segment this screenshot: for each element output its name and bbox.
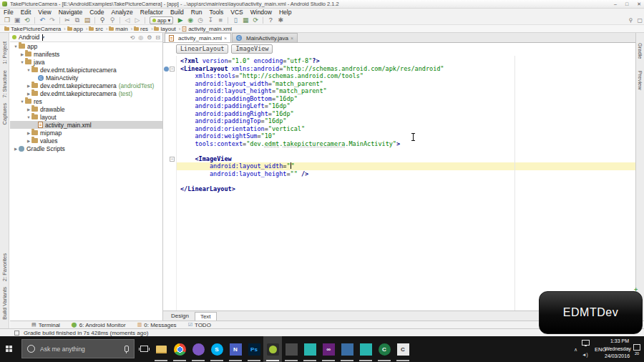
maximize-button[interactable]: □: [625, 1, 628, 6]
chevron-right-icon[interactable]: ▶: [26, 92, 31, 96]
tab-text[interactable]: Text: [195, 312, 217, 321]
code-editor[interactable]: <?xml version="1.0" encoding="utf-8"?>−<…: [163, 56, 635, 310]
menu-analyze[interactable]: Analyze: [108, 9, 137, 16]
stripe-button-buildvariants[interactable]: Build Variants: [1, 287, 8, 320]
open-icon[interactable]: ❐: [2, 16, 12, 24]
tab-design[interactable]: Design: [166, 312, 194, 320]
code-line[interactable]: <?xml version="1.0" encoding="utf-8"?>: [163, 57, 635, 65]
copy-icon[interactable]: ⧉: [72, 16, 82, 24]
chevron-right-icon[interactable]: ▶: [13, 147, 19, 151]
menu-edit[interactable]: Edit: [17, 9, 35, 16]
chevron-down-icon[interactable]: ▼: [13, 44, 19, 49]
cortana-search[interactable]: [21, 339, 135, 358]
stop-icon[interactable]: ■: [215, 16, 225, 24]
sync-files-icon[interactable]: ⟲: [22, 16, 32, 24]
tree-item-app[interactable]: ▼app: [10, 42, 162, 50]
close-button[interactable]: ✕: [637, 1, 641, 7]
tree-item-manifests[interactable]: ▶manifests: [10, 50, 162, 58]
menu-refactor[interactable]: Refactor: [137, 9, 167, 16]
menu-vcs[interactable]: VCS: [227, 9, 246, 16]
tool-window-button-messages[interactable]: ▥0: Messages: [137, 322, 177, 328]
redo-icon[interactable]: ↷: [47, 16, 57, 24]
menu-view[interactable]: View: [34, 9, 54, 16]
tool-window-button-android-monitor[interactable]: ⬤6: Android Monitor: [72, 322, 126, 328]
tree-item-drawable[interactable]: ▶drawable: [10, 105, 162, 113]
collapse-all-icon[interactable]: ⟲: [130, 34, 135, 41]
stripe-button-structure[interactable]: 7: Structure: [1, 70, 8, 98]
menu-run[interactable]: Run: [187, 9, 206, 16]
chevron-down-icon[interactable]: ▼: [26, 115, 31, 119]
chevron-right-icon[interactable]: ▶: [26, 84, 31, 88]
tree-item-dev.edmt.takepicturecamera[interactable]: ▶dev.edmt.takepicturecamera (androidTest…: [10, 82, 162, 89]
scroll-to-source-icon[interactable]: ◎: [138, 34, 143, 41]
help-icon[interactable]: ?: [265, 16, 275, 24]
search-input[interactable]: [39, 345, 125, 353]
code-line[interactable]: android:layout_height="match_parent": [163, 87, 635, 95]
breadcrumb-item-res[interactable]: res: [134, 26, 148, 32]
tree-item-layout[interactable]: ▼layout: [10, 113, 162, 121]
taskbar-app-android-studio[interactable]: [263, 336, 282, 362]
code-line[interactable]: android:layout_height="" />: [163, 170, 635, 178]
code-line[interactable]: [163, 177, 635, 185]
code-line[interactable]: android:orientation="vertical": [163, 125, 635, 133]
action-center-icon[interactable]: [633, 344, 640, 351]
debug-icon[interactable]: ◉: [185, 16, 195, 24]
taskbar-app-visual-studio[interactable]: ∞: [319, 336, 338, 362]
taskbar-app-emulator[interactable]: [282, 336, 301, 362]
menu-help[interactable]: Help: [275, 9, 295, 16]
menu-navigate[interactable]: Navigate: [55, 9, 87, 16]
gear-icon[interactable]: ⚙: [147, 34, 152, 41]
taskbar-app-notes-app[interactable]: [301, 336, 319, 362]
back-icon[interactable]: ◁: [122, 16, 132, 24]
tree-item-res[interactable]: ▼res: [10, 97, 162, 105]
fold-marker-icon[interactable]: −: [170, 157, 175, 162]
taskbar-app-photoshop[interactable]: Ps: [245, 336, 263, 362]
taskbar-app-media-player[interactable]: [189, 336, 208, 362]
code-line[interactable]: tools:context="dev.edmt.takepicturecamer…: [163, 140, 635, 148]
attach-debugger-icon[interactable]: ↧: [205, 16, 215, 24]
chevron-right-icon[interactable]: ▶: [26, 131, 31, 135]
replace-icon[interactable]: ⚲: [107, 16, 117, 24]
save-icon[interactable]: ▣: [12, 16, 22, 24]
tree-item-values[interactable]: ▶values: [10, 137, 162, 145]
code-line[interactable]: xmlns:tools="http://schemas.android.com/…: [163, 72, 635, 80]
breadcrumb-item-main[interactable]: main: [109, 26, 127, 32]
forward-icon[interactable]: ▷: [132, 16, 142, 24]
menu-file[interactable]: File: [0, 9, 17, 16]
tree-item-java[interactable]: ▼java: [10, 58, 162, 66]
tree-item-activity_main.xml[interactable]: activity_main.xml: [10, 121, 162, 129]
tree-item-GradleScripts[interactable]: ▶Gradle Scripts: [10, 145, 162, 152]
tag-chip-linearlayout[interactable]: LinearLayout: [176, 44, 228, 54]
taskbar-app-onenote[interactable]: N: [226, 336, 245, 362]
menu-window[interactable]: Window: [247, 9, 275, 16]
task-view-button[interactable]: [140, 346, 148, 352]
code-line[interactable]: [163, 147, 635, 155]
stripe-button-project[interactable]: 1: Project: [1, 41, 8, 64]
sdk-manager-icon[interactable]: ▦: [240, 16, 250, 24]
chevron-down-icon[interactable]: ▼: [19, 60, 25, 64]
menu-tools[interactable]: Tools: [205, 9, 227, 16]
stripe-button-gradle[interactable]: Gradle: [637, 43, 643, 59]
chevron-right-icon[interactable]: ▶: [26, 107, 31, 112]
stripe-button-favorites[interactable]: 2: Favorites: [1, 253, 8, 281]
project-view-selector[interactable]: Android: [19, 34, 39, 41]
code-line[interactable]: </LinearLayout>: [163, 185, 635, 193]
breadcrumb-item-layout[interactable]: layout: [154, 26, 175, 32]
undo-icon[interactable]: ↶: [37, 16, 47, 24]
breadcrumb-item-TakePictureCamera[interactable]: TakePictureCamera: [4, 26, 61, 32]
close-icon[interactable]: ×: [291, 36, 293, 41]
minimize-button[interactable]: –: [614, 1, 617, 6]
tray-speaker-icon[interactable]: ◄): [582, 352, 588, 357]
taskbar-app-my-computer[interactable]: [338, 336, 356, 362]
tool-window-button-terminal[interactable]: ▤Terminal: [31, 322, 60, 328]
code-line[interactable]: − <ImageView: [163, 155, 635, 163]
coverage-icon[interactable]: ◷: [195, 16, 205, 24]
search-everywhere-icon[interactable]: ⚲: [629, 17, 633, 24]
start-button[interactable]: [6, 346, 12, 352]
code-line[interactable]: android:paddingLeft="16dp": [163, 102, 635, 110]
taskbar-app-file-explorer[interactable]: [152, 336, 170, 362]
avd-manager-icon[interactable]: ▯: [230, 16, 240, 24]
tree-item-dev.edmt.takepicturecamera[interactable]: ▶dev.edmt.takepicturecamera (test): [10, 89, 162, 97]
chevron-right-icon[interactable]: ▶: [19, 52, 25, 57]
tree-item-MainActivity[interactable]: CMainActivity: [10, 74, 162, 82]
